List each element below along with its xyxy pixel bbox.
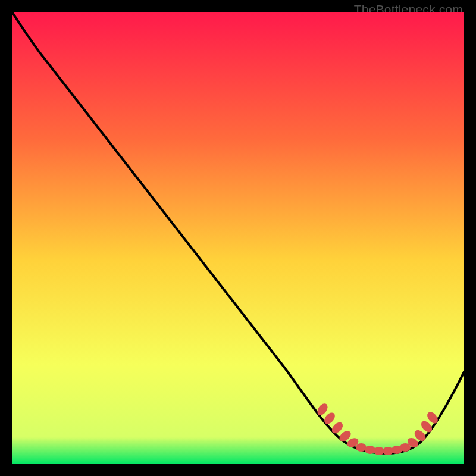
chart-svg: [12, 12, 464, 464]
svg-point-6: [365, 446, 375, 454]
svg-point-8: [383, 447, 393, 455]
chart-container: { "watermark": "TheBottleneck.com", "cha…: [0, 0, 476, 476]
plot-area: [12, 12, 464, 464]
gradient-background: [12, 12, 464, 464]
